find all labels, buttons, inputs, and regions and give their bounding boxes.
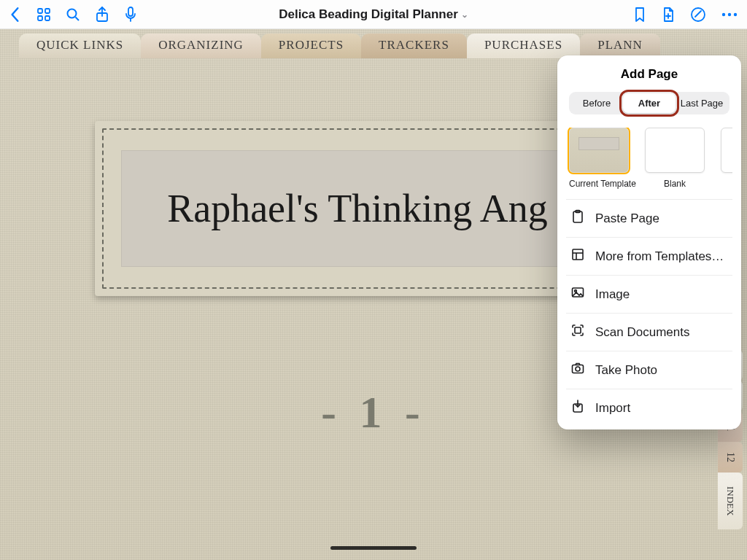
template-thumb-label: Blank (645, 179, 705, 189)
svg-rect-0 (38, 9, 42, 13)
segment-last-page[interactable]: Last Page (676, 93, 728, 113)
take-icon (570, 361, 585, 379)
svg-rect-17 (573, 249, 583, 260)
template-thumb-blank[interactable]: Blank (645, 128, 705, 189)
template-thumb-label: Blank (721, 179, 732, 189)
popover-heading: Add Page (566, 67, 732, 82)
svg-rect-22 (575, 327, 581, 333)
svg-line-5 (76, 17, 80, 20)
menu-image[interactable]: Image (566, 275, 732, 313)
tab-projects[interactable]: PROJECTS (261, 34, 361, 58)
menu-import[interactable]: Import (566, 389, 732, 427)
segment-after[interactable]: After (623, 93, 676, 113)
chevron-down-icon: ⌄ (461, 9, 468, 20)
segment-before[interactable]: Before (570, 93, 623, 113)
tab-purchases[interactable]: PURCHASES (467, 34, 580, 58)
template-thumb-current-template[interactable]: Current Template (569, 128, 629, 189)
svg-rect-1 (45, 9, 50, 13)
svg-point-13 (728, 12, 731, 15)
tab-quick-links[interactable]: QUICK LINKS (19, 34, 141, 58)
menu-more-from-templates[interactable]: More from Templates… (566, 237, 732, 275)
paste-icon (570, 209, 585, 228)
add-page-icon[interactable] (661, 7, 676, 23)
menu-paste-page[interactable]: Paste Page (566, 199, 732, 237)
template-thumb-blank[interactable]: Blank (721, 128, 732, 189)
document-title[interactable]: Delica Beading Digital Planner ⌄ (279, 7, 468, 22)
template-thumb-preview (569, 128, 629, 173)
menu-take-photo[interactable]: Take Photo (566, 351, 732, 389)
share-icon[interactable] (95, 7, 109, 23)
tab-plann[interactable]: PLANN (580, 34, 660, 58)
planner-title-script: Raphael's Thinking Ang (167, 186, 548, 231)
mic-icon[interactable] (124, 7, 137, 23)
svg-rect-23 (573, 365, 584, 373)
template-thumb-preview (721, 128, 732, 173)
back-icon[interactable] (9, 7, 22, 23)
svg-rect-2 (38, 16, 42, 20)
import-icon (570, 399, 585, 417)
add-page-menu: Paste PageMore from Templates…ImageScan … (566, 199, 732, 427)
template-thumb-label: Current Template (569, 179, 629, 189)
add-page-popover: Add Page BeforeAfterLast Page Current Te… (557, 55, 741, 429)
menu-scan-documents[interactable]: Scan Documents (566, 313, 732, 351)
svg-point-12 (722, 12, 725, 15)
document-title-text: Delica Beading Digital Planner (279, 7, 458, 22)
search-icon[interactable] (66, 7, 80, 22)
scan-icon (570, 323, 585, 341)
bookmark-icon[interactable] (633, 7, 646, 23)
svg-point-14 (734, 12, 737, 15)
svg-rect-7 (128, 7, 133, 16)
position-segmented-control[interactable]: BeforeAfterLast Page (569, 92, 729, 114)
more-icon[interactable] (721, 7, 738, 22)
side-tab-index[interactable]: INDEX (718, 472, 743, 529)
grid-icon[interactable] (36, 7, 51, 22)
tabs-row: QUICK LINKSORGANIZINGPROJECTSTRACKERSPUR… (19, 34, 660, 58)
menu-item-label: Image (595, 287, 630, 302)
home-indicator (330, 546, 417, 550)
tab-organizing[interactable]: ORGANIZING (141, 34, 261, 58)
svg-point-24 (576, 367, 580, 371)
menu-item-label: Scan Documents (595, 325, 689, 340)
svg-point-4 (68, 9, 77, 18)
image-icon (570, 285, 585, 303)
annotate-icon[interactable] (690, 7, 706, 23)
top-toolbar: Delica Beading Digital Planner ⌄ (0, 0, 747, 29)
svg-rect-3 (45, 16, 50, 20)
side-tab-12[interactable]: 12 (718, 442, 743, 472)
more-icon (570, 247, 585, 265)
planner-page: QUICK LINKSORGANIZINGPROJECTSTRACKERSPUR… (0, 29, 747, 560)
template-thumbnails: Current TemplateBlankBlank (566, 128, 732, 192)
title-panel: Raphael's Thinking Ang (95, 121, 620, 296)
menu-item-label: Paste Page (595, 211, 659, 226)
menu-item-label: More from Templates… (595, 249, 724, 264)
menu-item-label: Take Photo (595, 363, 657, 378)
menu-item-label: Import (595, 401, 630, 416)
tab-trackers[interactable]: TRACKERS (361, 34, 467, 58)
template-thumb-preview (645, 128, 705, 173)
title-plate: Raphael's Thinking Ang (121, 150, 594, 267)
